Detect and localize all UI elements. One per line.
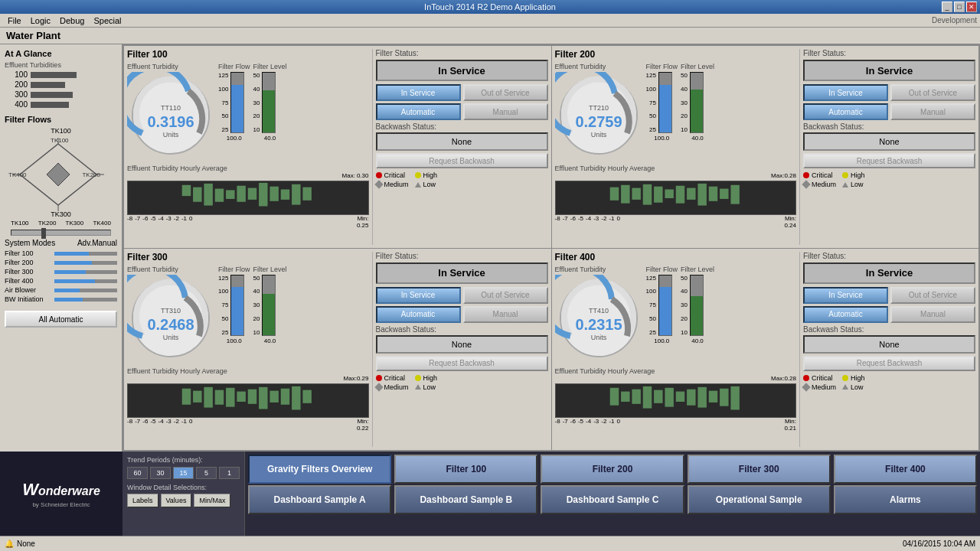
- f200-backwash-display: None: [803, 132, 975, 151]
- f100-max: 0.30: [357, 172, 369, 179]
- f200-critical-dot: [803, 172, 809, 178]
- f200-request-backwash-btn[interactable]: Request Backwash: [803, 153, 975, 168]
- menu-logic[interactable]: Logic: [26, 15, 55, 26]
- tab-filter-400[interactable]: Filter 400: [834, 455, 977, 484]
- status-alarm-section: 🔔 None: [5, 540, 35, 548]
- f100-backwash-title: Backwash Status:: [376, 122, 548, 131]
- svg-rect-36: [687, 188, 695, 200]
- filters-grid: Filter 100 Effluent Turbidity TT110 0.31…: [122, 44, 980, 452]
- f400-status-title: Filter Status:: [803, 252, 975, 260]
- labels-btn[interactable]: Labels: [127, 494, 158, 507]
- tab-dashboard-sample-c[interactable]: Dashboard Sample C: [541, 485, 684, 514]
- svg-rect-72: [730, 386, 739, 409]
- minmax-btn[interactable]: Min/Max: [194, 494, 230, 507]
- f300-high-dot: [415, 375, 421, 381]
- title-bar: InTouch 2014 R2 Demo Application _ □ ✕: [0, 0, 980, 14]
- f300-min: 0.22: [357, 425, 369, 432]
- f100-manual-btn[interactable]: Manual: [463, 103, 548, 120]
- tab-dashboard-sample-a[interactable]: Dashboard Sample A: [248, 485, 391, 514]
- tab-filter-300[interactable]: Filter 300: [688, 455, 831, 484]
- wonderware-text: Wonderware: [22, 480, 100, 500]
- f300-hourly-label: Effluent Turbidity Hourly Average: [127, 367, 369, 375]
- f300-alarm-indicators: Critical Medium High Low: [376, 374, 548, 391]
- at-a-glance-title: At A Glance: [5, 49, 117, 58]
- f300-backwash-title: Backwash Status:: [376, 325, 548, 334]
- all-automatic-button[interactable]: All Automatic: [5, 311, 117, 328]
- system-mode-slider[interactable]: [11, 230, 111, 236]
- svg-rect-22: [281, 190, 289, 200]
- svg-text:TK200: TK200: [82, 171, 100, 178]
- svg-rect-56: [302, 390, 311, 403]
- f100-flow-value: 100.0: [218, 135, 250, 142]
- f100-high-dot: [415, 172, 421, 178]
- svg-text:Units: Units: [590, 334, 606, 341]
- f400-automatic-btn[interactable]: Automatic: [803, 306, 888, 323]
- svg-rect-49: [226, 387, 234, 406]
- svg-rect-19: [248, 188, 256, 200]
- tab-gravity-filters-overview[interactable]: Gravity Filters Overview: [248, 455, 391, 484]
- filter-200-title: Filter 200: [555, 49, 797, 60]
- f400-request-backwash-btn[interactable]: Request Backwash: [803, 356, 975, 371]
- period-60-btn[interactable]: 60: [127, 467, 148, 479]
- tab-filter-100[interactable]: Filter 100: [394, 455, 537, 484]
- svg-text:TK400: TK400: [8, 171, 27, 178]
- svg-text:0.3196: 0.3196: [147, 113, 194, 130]
- f100-in-service-btn[interactable]: In Service: [376, 84, 461, 101]
- f300-out-of-service-btn[interactable]: Out of Service: [463, 287, 548, 304]
- minimize-button[interactable]: _: [942, 2, 952, 12]
- f300-automatic-btn[interactable]: Automatic: [376, 306, 461, 323]
- f100-automatic-btn[interactable]: Automatic: [376, 103, 461, 120]
- f400-out-of-service-btn[interactable]: Out of Service: [890, 287, 975, 304]
- menu-special[interactable]: Special: [89, 15, 126, 26]
- svg-rect-46: [193, 390, 201, 402]
- f100-out-of-service-btn[interactable]: Out of Service: [463, 84, 548, 101]
- tab-operational-sample[interactable]: Operational Sample: [688, 485, 831, 514]
- svg-rect-14: [193, 187, 201, 202]
- f100-hourly-label: Effluent Turbidity Hourly Average: [127, 165, 369, 172]
- period-5-btn[interactable]: 5: [196, 467, 217, 479]
- f300-low-triangle: [415, 384, 421, 390]
- f200-manual-btn[interactable]: Manual: [890, 103, 975, 120]
- close-button[interactable]: ✕: [966, 2, 977, 12]
- values-btn[interactable]: Values: [161, 494, 192, 507]
- maximize-button[interactable]: □: [954, 2, 965, 12]
- svg-rect-32: [642, 184, 651, 205]
- f200-min: 0.24: [784, 222, 796, 229]
- f200-in-service-btn[interactable]: In Service: [803, 84, 888, 101]
- tab-alarms[interactable]: Alarms: [834, 485, 977, 514]
- menu-debug[interactable]: Debug: [55, 15, 89, 26]
- tab-filter-200[interactable]: Filter 200: [541, 455, 684, 484]
- f200-out-of-service-btn[interactable]: Out of Service: [890, 84, 975, 101]
- f300-request-backwash-btn[interactable]: Request Backwash: [376, 356, 548, 371]
- svg-rect-20: [259, 183, 267, 207]
- f400-manual-btn[interactable]: Manual: [890, 306, 975, 323]
- f200-automatic-btn[interactable]: Automatic: [803, 103, 888, 120]
- f400-in-service-btn[interactable]: In Service: [803, 287, 888, 304]
- f400-status-display: In Service: [803, 262, 975, 284]
- svg-rect-13: [182, 185, 191, 196]
- period-30-btn[interactable]: 30: [150, 467, 171, 479]
- menu-file[interactable]: File: [3, 15, 26, 26]
- f300-flow-value: 100.0: [218, 337, 250, 344]
- tab-dashboard-sample-b[interactable]: Dashboard Sample B: [394, 485, 537, 514]
- svg-rect-62: [621, 391, 629, 401]
- system-modes-title: System Modes: [5, 239, 55, 247]
- filter-100-right: Filter Status: In Service In Service Out…: [372, 49, 548, 245]
- f300-in-service-btn[interactable]: In Service: [376, 287, 461, 304]
- filter-400-gauge: TT410 0.2315 Units: [555, 275, 643, 363]
- svg-rect-38: [708, 187, 717, 201]
- period-1-btn[interactable]: 1: [219, 467, 240, 479]
- period-15-btn[interactable]: 15: [173, 467, 194, 479]
- svg-rect-53: [270, 390, 278, 402]
- svg-rect-68: [687, 389, 695, 405]
- f300-backwash-display: None: [376, 335, 548, 354]
- f300-manual-btn[interactable]: Manual: [463, 306, 548, 323]
- f100-request-backwash-btn[interactable]: Request Backwash: [376, 153, 548, 168]
- f300-status-title: Filter Status:: [376, 252, 548, 260]
- dev-label: Development: [932, 16, 977, 24]
- svg-rect-50: [237, 391, 245, 401]
- f300-flow-label: Filter Flow: [218, 266, 250, 273]
- f100-backwash-display: None: [376, 132, 548, 151]
- filter-100-left: Filter 100 Effluent Turbidity TT110 0.31…: [127, 49, 369, 245]
- filter-100-title: Filter 100: [127, 49, 369, 60]
